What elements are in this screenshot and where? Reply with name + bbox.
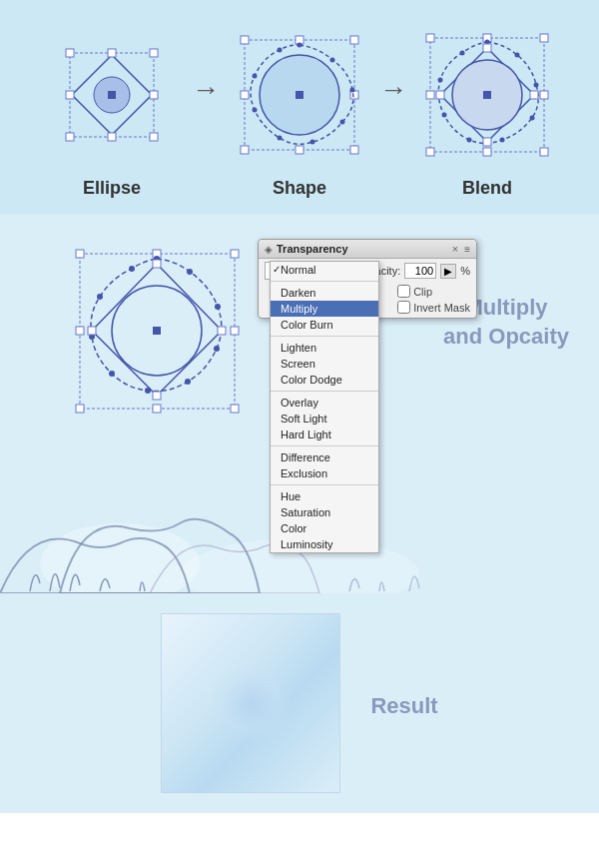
blend-svg (412, 20, 562, 170)
svg-rect-55 (436, 91, 444, 99)
svg-rect-38 (483, 148, 491, 156)
svg-rect-59 (231, 250, 239, 258)
svg-rect-4 (150, 133, 158, 141)
mode-normal[interactable]: Normal (271, 262, 378, 278)
menu-separator-3 (271, 391, 378, 392)
svg-point-73 (145, 388, 151, 394)
panel-close-button[interactable]: × (452, 243, 458, 255)
svg-point-24 (350, 88, 355, 93)
invert-checkbox[interactable] (397, 301, 410, 314)
svg-point-27 (278, 136, 283, 141)
mode-hue[interactable]: Hue (271, 488, 378, 504)
svg-rect-19 (241, 91, 249, 99)
svg-point-29 (253, 74, 258, 79)
svg-rect-34 (540, 34, 548, 42)
svg-rect-64 (76, 327, 84, 335)
svg-rect-16 (350, 146, 358, 154)
mode-saturation[interactable]: Saturation (271, 504, 378, 520)
menu-separator-2 (271, 336, 378, 337)
svg-point-22 (298, 43, 302, 48)
blend-container: Blend (412, 20, 562, 199)
mode-overlay[interactable]: Overlay (271, 395, 378, 411)
clip-checkbox[interactable] (397, 285, 410, 298)
svg-point-50 (438, 78, 443, 83)
svg-rect-1 (66, 49, 74, 57)
svg-rect-2 (150, 49, 158, 57)
svg-point-47 (500, 138, 505, 143)
ellipse-shape-box (37, 20, 187, 170)
bottom-section: Result (0, 593, 599, 813)
invert-checkbox-row: Invert Mask (397, 301, 470, 314)
middle-shape-svg (60, 234, 255, 429)
svg-rect-39 (426, 91, 434, 99)
arrow1: → (192, 74, 220, 146)
svg-rect-78 (153, 260, 161, 268)
panel-title-left: ◈ Transparency (265, 243, 348, 255)
blend-shape-box (412, 20, 562, 170)
svg-point-77 (129, 266, 135, 272)
svg-rect-61 (231, 405, 239, 413)
svg-point-76 (97, 294, 103, 300)
panel-menu-button[interactable]: ≡ (464, 244, 470, 255)
multiply-line2: and Opcaity (443, 323, 569, 352)
shape-svg (225, 20, 374, 170)
mode-difference[interactable]: Difference (271, 449, 378, 465)
ellipse-container: Ellipse (37, 20, 187, 199)
svg-rect-40 (540, 91, 548, 99)
svg-point-30 (278, 48, 283, 53)
svg-rect-31 (296, 91, 303, 99)
result-image-box (161, 613, 340, 793)
opacity-input[interactable] (404, 263, 436, 279)
svg-rect-7 (108, 91, 116, 99)
svg-rect-3 (66, 133, 74, 141)
svg-rect-8 (108, 49, 116, 57)
svg-rect-13 (241, 36, 249, 44)
svg-point-26 (310, 140, 315, 145)
opacity-percent: % (460, 265, 470, 277)
svg-rect-52 (483, 44, 491, 52)
mode-color[interactable]: Color (271, 520, 378, 536)
svg-rect-36 (540, 148, 548, 156)
svg-point-71 (214, 346, 220, 352)
svg-rect-79 (218, 327, 226, 335)
menu-separator-5 (271, 484, 378, 485)
panel-checkboxes: Clip Invert Mask (397, 285, 470, 314)
svg-point-49 (442, 113, 447, 118)
svg-point-23 (330, 58, 335, 63)
blend-mode-dropdown: Normal Darken Multiply Color Burn Lighte… (270, 261, 379, 553)
svg-rect-54 (483, 138, 491, 146)
mode-hard-light[interactable]: Hard Light (271, 427, 378, 442)
menu-separator-1 (271, 281, 378, 282)
svg-point-74 (109, 371, 115, 377)
svg-rect-56 (483, 91, 491, 99)
svg-rect-10 (66, 91, 74, 99)
mode-color-burn[interactable]: Color Burn (271, 317, 378, 333)
svg-point-45 (534, 83, 539, 88)
invert-label: Invert Mask (413, 302, 470, 314)
mode-lighten[interactable]: Lighten (271, 340, 378, 356)
mode-darken[interactable]: Darken (271, 285, 378, 301)
mode-color-dodge[interactable]: Color Dodge (271, 372, 378, 388)
mode-screen[interactable]: Screen (271, 356, 378, 372)
ellipse-svg (42, 25, 182, 165)
svg-rect-65 (231, 327, 239, 335)
mode-exclusion[interactable]: Exclusion (271, 465, 378, 481)
svg-rect-60 (76, 405, 84, 413)
middle-section: ◈ Transparency × ≡ Normal ▼ Opacity: ▶ % (0, 214, 599, 593)
mode-luminosity[interactable]: Luminosity (271, 536, 378, 552)
mode-multiply[interactable]: Multiply (271, 301, 378, 317)
ellipse-label: Ellipse (83, 178, 141, 199)
top-section: Ellipse → (0, 0, 599, 214)
svg-rect-9 (108, 133, 116, 141)
result-label: Result (370, 613, 437, 719)
svg-rect-63 (153, 405, 161, 413)
svg-rect-33 (426, 34, 434, 42)
clip-checkbox-row: Clip (397, 285, 470, 298)
shape-label: Shape (273, 178, 326, 199)
panel-title: Transparency (277, 243, 348, 255)
svg-rect-15 (241, 146, 249, 154)
mode-soft-light[interactable]: Soft Light (271, 411, 378, 427)
svg-rect-53 (530, 91, 538, 99)
panel-titlebar: ◈ Transparency × ≡ (259, 240, 476, 259)
opacity-stepper-button[interactable]: ▶ (440, 264, 456, 279)
